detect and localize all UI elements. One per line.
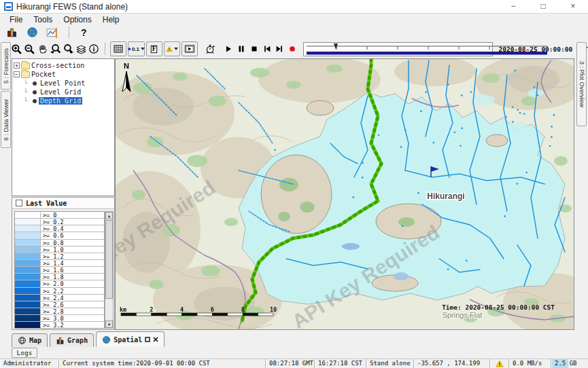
- layers-icon[interactable]: [75, 41, 87, 56]
- zoom-next-icon[interactable]: [63, 41, 74, 56]
- tree-node-level-grid[interactable]: └ Level Grid: [12, 88, 114, 96]
- legend-row[interactable]: >= 2.0: [15, 280, 104, 287]
- pan-icon[interactable]: [37, 41, 48, 56]
- menu-help[interactable]: Help: [97, 14, 125, 25]
- scroll-down-icon[interactable]: ▼: [105, 320, 113, 328]
- legend-row[interactable]: >= 1.4: [15, 260, 104, 267]
- record-icon[interactable]: [287, 41, 298, 56]
- status-system-time: Current system time:2020-09-01 00:00 CST: [59, 359, 266, 368]
- close-button[interactable]: ×: [558, 0, 588, 14]
- legend-title: Last Value: [26, 200, 67, 207]
- scale-bar-button[interactable]: [146, 41, 162, 56]
- timeseries-icon[interactable]: [45, 25, 60, 40]
- time-slider[interactable]: [303, 42, 493, 56]
- graphs-icon[interactable]: [4, 25, 19, 40]
- maximize-button[interactable]: □: [528, 0, 558, 14]
- legend-color-swatch: [15, 219, 41, 225]
- menu-tools[interactable]: Tools: [28, 14, 58, 25]
- legend-label: >= 3.0: [41, 315, 64, 321]
- legend-row[interactable]: >= 0.8: [15, 240, 104, 246]
- legend-color-swatch: [15, 280, 41, 287]
- last-value-checkbox[interactable]: [16, 200, 22, 206]
- menu-bar: File Tools Options Help: [0, 14, 588, 25]
- legend-row[interactable]: >= 0: [15, 212, 104, 219]
- tree-node-depth-grid[interactable]: └ Depth Grid: [12, 96, 114, 105]
- tab-graph[interactable]: Graph: [50, 333, 94, 347]
- chevron-down-icon: [174, 48, 178, 50]
- zoom-previous-icon[interactable]: [50, 41, 61, 56]
- legend-row[interactable]: >= 2.4: [15, 295, 104, 301]
- step-forward-icon[interactable]: [274, 41, 286, 56]
- legend-label: >= 0: [41, 212, 56, 218]
- logs-button[interactable]: Logs: [12, 348, 37, 358]
- status-local-time: 16:27:18 CST: [315, 359, 366, 368]
- animation-export-button[interactable]: [181, 41, 198, 56]
- close-tab-icon[interactable]: [153, 337, 158, 342]
- side-tab-forecasts[interactable]: 5 : Forecasts: [1, 42, 11, 90]
- menu-file[interactable]: File: [4, 14, 28, 25]
- legend-scrollbar[interactable]: ▲ ▼: [105, 211, 114, 329]
- legend-row[interactable]: >= 1.0: [15, 246, 104, 253]
- legend-row[interactable]: >= 3.0: [15, 315, 104, 322]
- svg-text:2: 2: [150, 306, 153, 313]
- minimize-button[interactable]: −: [498, 0, 528, 14]
- timer-icon[interactable]: [205, 41, 216, 56]
- maximize-tab-icon[interactable]: [145, 337, 150, 342]
- zoom-in-icon[interactable]: [11, 41, 22, 56]
- scrollbar-thumb[interactable]: [105, 220, 113, 299]
- side-tab-plot-overview[interactable]: 3 : Plot Overview: [576, 42, 587, 126]
- stop-icon[interactable]: [248, 41, 260, 56]
- app-icon: [4, 2, 13, 11]
- legend-row[interactable]: >= 1.2: [15, 253, 104, 260]
- tree-node-pocket[interactable]: − Pocket: [12, 70, 114, 79]
- scroll-up-icon[interactable]: ▲: [105, 212, 113, 219]
- value-precision-button[interactable]: ●0.1: [128, 41, 145, 56]
- legend-color-swatch: [15, 240, 41, 246]
- grid-toggle-button[interactable]: [110, 41, 126, 56]
- area-label: Springs Flat: [443, 311, 483, 319]
- menu-options[interactable]: Options: [58, 14, 97, 25]
- legend-row[interactable]: >= 2.6: [15, 301, 104, 308]
- legend-row[interactable]: >= 2.8: [15, 308, 104, 315]
- chevron-down-icon: [141, 48, 145, 50]
- toolbar-separator: [69, 26, 69, 39]
- tab-spatial[interactable]: Spatial: [96, 331, 165, 347]
- legend-row[interactable]: >= 3.2: [15, 322, 104, 329]
- legend-color-swatch: [15, 246, 41, 253]
- expand-icon[interactable]: +: [14, 62, 20, 69]
- main-toolbar: ?: [0, 25, 588, 39]
- legend-color-swatch: [15, 212, 41, 218]
- step-back-icon[interactable]: [261, 41, 273, 56]
- legend-label: >= 1.8: [41, 274, 64, 280]
- play-icon[interactable]: [223, 41, 235, 56]
- legend-row[interactable]: >= 0.4: [15, 225, 104, 232]
- map-view[interactable]: API Key Required API Key Required Hikura…: [115, 58, 574, 330]
- zoom-out-icon[interactable]: [24, 41, 35, 56]
- legend-row[interactable]: >= 0.6: [15, 232, 104, 239]
- tree-node-level-point[interactable]: └ Level Point: [12, 79, 114, 88]
- svg-text:6: 6: [211, 306, 214, 313]
- legend-label: >= 0.4: [41, 225, 64, 232]
- tree-node-cross-section[interactable]: + Cross-section: [12, 61, 114, 70]
- town-label: Hikurangi: [427, 191, 464, 201]
- svg-text:km: km: [120, 306, 126, 313]
- warnings-button[interactable]: [164, 41, 180, 56]
- bar-chart-icon: [56, 336, 65, 345]
- side-tab-data-viewer[interactable]: 6 : Data Viewer: [1, 91, 11, 148]
- help-icon[interactable]: ?: [78, 27, 90, 38]
- legend-label: >= 1.4: [41, 260, 64, 266]
- status-memory: 2.5 GB: [551, 359, 588, 368]
- map-display-icon[interactable]: [24, 25, 39, 40]
- collapse-icon[interactable]: −: [14, 71, 20, 77]
- legend-row[interactable]: >= 1.6: [15, 267, 104, 274]
- legend-label: >= 2.8: [41, 308, 64, 314]
- legend-row[interactable]: >= 0.2: [15, 219, 104, 225]
- legend-color-swatch: [15, 274, 41, 280]
- tab-map[interactable]: Map: [12, 333, 48, 347]
- legend-row[interactable]: >= 1.8: [15, 274, 104, 280]
- info-icon[interactable]: [88, 41, 100, 56]
- legend-row[interactable]: >= 2.2: [15, 288, 104, 295]
- warning-icon: [496, 360, 504, 368]
- pause-icon[interactable]: [236, 41, 247, 56]
- status-warning[interactable]: [490, 359, 509, 368]
